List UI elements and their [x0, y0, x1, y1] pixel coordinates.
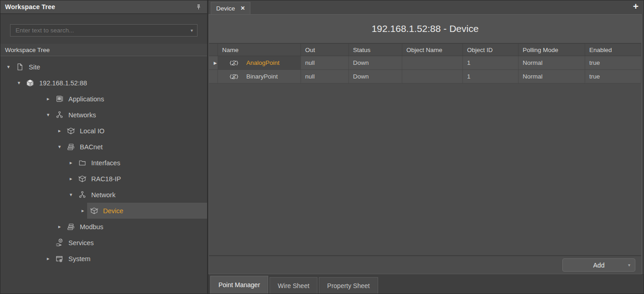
tree-item-bacnet[interactable]: ▾BACnet — [0, 139, 207, 155]
close-icon[interactable]: ✕ — [240, 5, 245, 11]
folder-icon — [76, 158, 88, 168]
points-grid: NameOutStatusObject NameObject IDPolling… — [209, 44, 641, 255]
chevron-right-icon[interactable]: ▸ — [44, 256, 52, 261]
tree-item-label: Local IO — [80, 127, 104, 135]
cell-enabled[interactable]: true — [585, 56, 641, 69]
cell-object_name[interactable] — [402, 70, 463, 83]
chevron-down-icon[interactable]: ▾ — [191, 28, 193, 33]
view-tab-property-sheet[interactable]: Property Sheet — [319, 277, 378, 294]
cell-enabled[interactable]: true — [585, 70, 641, 83]
chevron-right-icon[interactable]: ▸ — [67, 160, 75, 165]
system-icon — [53, 253, 65, 264]
application-window: Workspace Tree ▾ Workspace Tree ▾Site▾19… — [0, 0, 644, 294]
tree-item-192-168-1-52-88[interactable]: ▾192.168.1.52:88 — [0, 75, 207, 91]
tree-item-local-io[interactable]: ▸Local IO — [0, 123, 207, 139]
document-tabstrip: Device ✕ + — [208, 0, 644, 14]
tree-item-rac18-ip[interactable]: ▸RAC18-IP — [0, 171, 207, 187]
services-icon — [53, 237, 65, 248]
tree-item-row: 192.168.1.52:88 — [23, 75, 207, 91]
cell-out[interactable]: null — [301, 70, 349, 83]
tree-item-device[interactable]: ▸Device — [0, 203, 207, 219]
tree-item-label: RAC18-IP — [91, 175, 121, 183]
tree-item-networks[interactable]: ▾Networks — [0, 107, 207, 123]
chevron-down-icon[interactable]: ▾ — [628, 263, 630, 268]
chevron-right-icon[interactable]: ▸ — [55, 224, 64, 229]
tree-item-label: Site — [29, 63, 40, 71]
chevron-down-icon[interactable]: ▾ — [15, 80, 23, 85]
tree-item-row: Applications — [52, 91, 207, 107]
tree-item-row: RAC18-IP — [75, 171, 207, 187]
tree-item-row: Modbus — [64, 219, 207, 235]
chevron-right-icon[interactable]: ▸ — [55, 128, 64, 133]
cell-object_name[interactable] — [402, 56, 463, 69]
tree-item-row: System — [52, 251, 207, 267]
chevron-down-icon[interactable]: ▾ — [67, 192, 75, 197]
tree-item-label: System — [68, 255, 90, 262]
svg-text:A: A — [233, 61, 235, 65]
workspace-tree: ▾Site▾192.168.1.52:88▸Applications▾Netwo… — [0, 56, 207, 294]
tab-device[interactable]: Device ✕ — [211, 2, 250, 14]
plus-icon[interactable]: + — [633, 1, 639, 11]
tree-item-network[interactable]: ▾Network — [0, 187, 207, 203]
column-header-polling_mode[interactable]: Polling Mode — [519, 44, 585, 56]
device-box-icon — [88, 205, 100, 216]
cell-out[interactable]: null — [301, 56, 349, 69]
workspace-tree-panel: Workspace Tree ▾ Workspace Tree ▾Site▾19… — [0, 0, 208, 294]
controller-icon — [24, 78, 36, 89]
chevron-down-icon[interactable]: ▾ — [4, 64, 13, 69]
tree-item-system[interactable]: ▸System — [0, 251, 207, 267]
cell-polling_mode[interactable]: Normal — [519, 70, 585, 83]
binary-point-icon: B — [228, 71, 240, 82]
column-header-object_name[interactable]: Object Name — [402, 44, 463, 56]
tree-item-label: Networks — [68, 111, 96, 119]
grid-toolbar: Add ▾ — [209, 255, 641, 274]
tree-item-services[interactable]: Services — [0, 235, 207, 251]
cell-status[interactable]: Down — [349, 56, 402, 69]
network-icon — [76, 189, 88, 200]
tree-item-modbus[interactable]: ▸Modbus — [0, 219, 207, 235]
layers-icon — [65, 221, 77, 232]
column-header-object_id[interactable]: Object ID — [463, 44, 519, 56]
chevron-down-icon[interactable]: ▾ — [55, 144, 64, 149]
table-row-analogpoint[interactable]: ▶AAnalogPointnullDown1Normaltrue — [209, 56, 641, 70]
tree-item-row: Interfaces — [75, 155, 207, 171]
cell-polling_mode[interactable]: Normal — [519, 56, 585, 69]
column-header-name[interactable]: Name — [218, 44, 301, 56]
tree-item-row: Networks — [52, 107, 207, 123]
search-input[interactable] — [15, 26, 191, 34]
tree-item-label: Modbus — [80, 223, 104, 231]
tree-item-interfaces[interactable]: ▸Interfaces — [0, 155, 207, 171]
column-header-status[interactable]: Status — [349, 44, 402, 56]
row-selector[interactable] — [209, 70, 218, 83]
cell-object_id[interactable]: 1 — [463, 56, 519, 69]
tree-header: Workspace Tree — [0, 44, 207, 56]
network-icon — [53, 110, 65, 121]
chevron-right-icon[interactable]: ▸ — [44, 96, 52, 101]
chevron-right-icon[interactable]: ▸ — [78, 208, 87, 213]
column-header-out[interactable]: Out — [301, 44, 349, 56]
chevron-down-icon[interactable]: ▾ — [44, 112, 52, 117]
panel-title: Workspace Tree — [5, 3, 55, 10]
row-header-column — [209, 44, 218, 56]
tree-item-applications[interactable]: ▸Applications — [0, 91, 207, 107]
cell-object_id[interactable]: 1 — [463, 70, 519, 83]
device-box-icon — [76, 173, 88, 184]
column-header-enabled[interactable]: Enabled — [585, 44, 641, 56]
cell-status[interactable]: Down — [349, 70, 402, 83]
table-row-binarypoint[interactable]: BBinaryPointnullDown1Normaltrue — [209, 70, 641, 84]
cell-name[interactable]: BBinaryPoint — [218, 70, 301, 83]
search-combobox[interactable]: ▾ — [10, 24, 197, 37]
chevron-right-icon[interactable]: ▸ — [67, 176, 75, 181]
point-name: AnalogPoint — [246, 59, 280, 66]
cell-name[interactable]: AAnalogPoint — [218, 56, 301, 69]
pin-icon[interactable] — [194, 3, 203, 11]
tree-item-site[interactable]: ▾Site — [0, 59, 207, 75]
view-tab-wire-sheet[interactable]: Wire Sheet — [270, 277, 317, 294]
add-button[interactable]: Add ▾ — [562, 258, 635, 272]
device-box-icon — [65, 126, 77, 136]
tree-item-row: Local IO — [64, 123, 207, 139]
tree-item-label: Services — [68, 239, 94, 247]
row-selector[interactable]: ▶ — [209, 56, 218, 69]
tree-item-row: Services — [52, 235, 207, 251]
view-tab-point-manager[interactable]: Point Manager — [210, 276, 268, 294]
